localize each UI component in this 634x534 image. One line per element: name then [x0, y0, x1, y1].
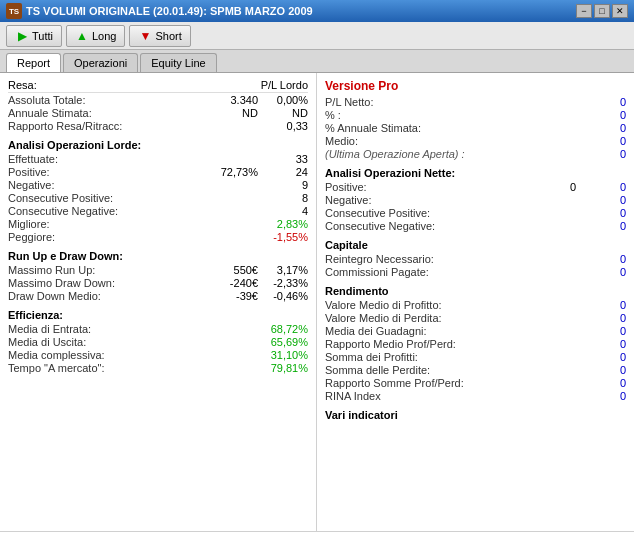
net-negative-label: Negative:	[325, 194, 526, 206]
effettuate-label: Effettuate:	[8, 153, 268, 165]
window-title: TS VOLUMI ORIGINALE (20.01.49): SPMB MAR…	[26, 5, 313, 17]
peggiore-value: -1,55%	[268, 231, 308, 243]
net-cons-positive-v2: 0	[576, 207, 626, 219]
ultima-op-value: 0	[586, 148, 626, 160]
pl-netto-value: 0	[586, 96, 626, 108]
valore-medio-perdita-row: Valore Medio di Perdita: 0	[325, 312, 626, 325]
short-icon: ▼	[138, 29, 152, 43]
rapporto-somme-row: Rapporto Somme Prof/Perd: 0	[325, 377, 626, 390]
long-button[interactable]: ▲ Long	[66, 25, 125, 47]
vari-indicatori-title: Vari indicatori	[325, 409, 626, 421]
tab-operazioni[interactable]: Operazioni	[63, 53, 138, 72]
net-positive-v1: 0	[526, 181, 576, 193]
drawdown-medio-v2: -0,46%	[258, 290, 308, 302]
net-cons-negative-v2: 0	[576, 220, 626, 232]
analisi-lorde-title: Analisi Operazioni Lorde:	[8, 139, 308, 151]
tabs-bar: Report Operazioni Equity Line	[0, 50, 634, 73]
net-cons-positive-row: Consecutive Positive: 0	[325, 207, 626, 220]
net-positive-label: Positive:	[325, 181, 526, 193]
commissioni-pagate-value: 0	[586, 266, 626, 278]
media-uscita-value: 65,69%	[268, 336, 308, 348]
annuale-v1: ND	[208, 107, 258, 119]
somma-perdite-value: 0	[586, 364, 626, 376]
left-panel: Resa: P/L Lordo Assoluta Totale: 3.340 0…	[0, 73, 317, 531]
media-entrata-label: Media di Entrata:	[8, 323, 268, 335]
annuale-label: Annuale Stimata:	[8, 107, 208, 119]
long-label: Long	[92, 30, 116, 42]
peggiore-row: Peggiore: -1,55%	[8, 231, 308, 244]
commissioni-pagate-row: Commissioni Pagate: 0	[325, 266, 626, 279]
perc-annuale-label: % Annuale Stimata:	[325, 122, 586, 134]
rapporto-medio-label: Rapporto Medio Prof/Perd:	[325, 338, 586, 350]
toolbar: ▶ Tutti ▲ Long ▼ Short	[0, 22, 634, 50]
somma-perdite-label: Somma delle Perdite:	[325, 364, 586, 376]
reintegro-label: Reintegro Necessario:	[325, 253, 586, 265]
medio-row: Medio: 0	[325, 135, 626, 148]
perc-annuale-value: 0	[586, 122, 626, 134]
short-button[interactable]: ▼ Short	[129, 25, 190, 47]
mass-drawdown-label: Massimo Draw Down:	[8, 277, 208, 289]
mass-runup-label: Massimo Run Up:	[8, 264, 208, 276]
negative-lorde-row: Negative: 9	[8, 179, 308, 192]
title-bar: TS TS VOLUMI ORIGINALE (20.01.49): SPMB …	[0, 0, 634, 22]
negative-lorde-label: Negative:	[8, 179, 268, 191]
long-icon: ▲	[75, 29, 89, 43]
tutti-icon: ▶	[15, 29, 29, 43]
migliore-row: Migliore: 2,83%	[8, 218, 308, 231]
media-uscita-label: Media di Uscita:	[8, 336, 268, 348]
valore-medio-profitto-label: Valore Medio di Profitto:	[325, 299, 586, 311]
percent-value: 0	[586, 109, 626, 121]
rapporto-somme-value: 0	[586, 377, 626, 389]
cons-positive-row: Consecutive Positive: 8	[8, 192, 308, 205]
net-positive-row: Positive: 0 0	[325, 181, 626, 194]
assoluta-v2: 0,00%	[258, 94, 308, 106]
tutti-label: Tutti	[32, 30, 53, 42]
reintegro-value: 0	[586, 253, 626, 265]
media-entrata-value: 68,72%	[268, 323, 308, 335]
somma-profitti-row: Somma dei Profitti: 0	[325, 351, 626, 364]
perc-annuale-row: % Annuale Stimata: 0	[325, 122, 626, 135]
close-button[interactable]: ✕	[612, 4, 628, 18]
net-cons-positive-label: Consecutive Positive:	[325, 207, 526, 219]
net-cons-negative-row: Consecutive Negative: 0	[325, 220, 626, 233]
tab-equity-line[interactable]: Equity Line	[140, 53, 216, 72]
cons-negative-label: Consecutive Negative:	[8, 205, 268, 217]
tab-report[interactable]: Report	[6, 53, 61, 72]
mass-runup-row: Massimo Run Up: 550€ 3,17%	[8, 264, 308, 277]
assoluta-v1: 3.340	[208, 94, 258, 106]
cons-negative-value: 4	[268, 205, 308, 217]
cons-positive-label: Consecutive Positive:	[8, 192, 268, 204]
valore-medio-profitto-row: Valore Medio di Profitto: 0	[325, 299, 626, 312]
effettuate-row: Effettuate: 33	[8, 153, 308, 166]
pl-lordo-header: P/L Lordo	[261, 79, 308, 91]
peggiore-label: Peggiore:	[8, 231, 268, 243]
media-entrata-row: Media di Entrata: 68,72%	[8, 323, 308, 336]
mass-drawdown-row: Massimo Draw Down: -240€ -2,33%	[8, 277, 308, 290]
svg-text:TS: TS	[9, 7, 20, 16]
rapporto-row: Rapporto Resa/Ritracc: 0,33	[8, 120, 308, 133]
rapporto-medio-value: 0	[586, 338, 626, 350]
annuale-v2: ND	[258, 107, 308, 119]
positive-lorde-row: Positive: 72,73% 24	[8, 166, 308, 179]
minimize-button[interactable]: −	[576, 4, 592, 18]
positive-lorde-v2: 24	[258, 166, 308, 178]
maximize-button[interactable]: □	[594, 4, 610, 18]
net-negative-v2: 0	[576, 194, 626, 206]
somma-profitti-value: 0	[586, 351, 626, 363]
medio-label: Medio:	[325, 135, 586, 147]
rapporto-somme-label: Rapporto Somme Prof/Perd:	[325, 377, 586, 389]
versione-pro: Versione Pro	[325, 79, 626, 93]
percent-label: % :	[325, 109, 586, 121]
mass-runup-v1: 550€	[208, 264, 258, 276]
migliore-label: Migliore:	[8, 218, 268, 230]
negative-lorde-value: 9	[268, 179, 308, 191]
cons-negative-row: Consecutive Negative: 4	[8, 205, 308, 218]
annuale-row: Annuale Stimata: ND ND	[8, 107, 308, 120]
net-cons-negative-label: Consecutive Negative:	[325, 220, 526, 232]
rapporto-label: Rapporto Resa/Ritracc:	[8, 120, 268, 132]
runup-title: Run Up e Draw Down:	[8, 250, 308, 262]
tutti-button[interactable]: ▶ Tutti	[6, 25, 62, 47]
resa-header: Resa: P/L Lordo	[8, 79, 308, 93]
pl-netto-row: P/L Netto: 0	[325, 96, 626, 109]
positive-lorde-v1: 72,73%	[208, 166, 258, 178]
